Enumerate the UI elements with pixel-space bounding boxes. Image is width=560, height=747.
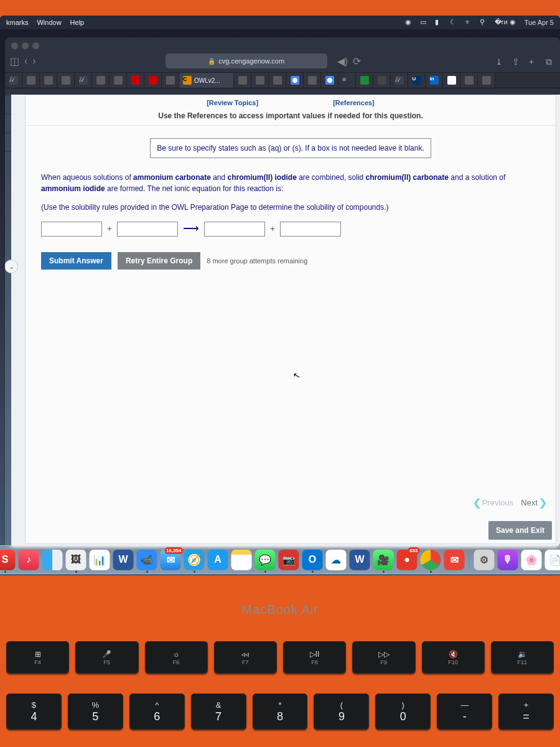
control-center-icon[interactable]: �ги bbox=[495, 18, 503, 27]
dock-folder[interactable]: 📄 bbox=[545, 550, 561, 570]
dock-word[interactable]: W bbox=[113, 550, 134, 570]
keyboard: ⊞F4🎤F5☼F6◃◃F7▷IIF8▷▷F9🔇F10🔉F11 $4%5^6&7*… bbox=[3, 641, 557, 730]
dock-onedrive[interactable]: ☁ bbox=[326, 550, 347, 570]
question-card: [Review Topics] [References] Use the Ref… bbox=[25, 95, 556, 544]
dock-appstore[interactable]: A bbox=[208, 550, 228, 570]
tab[interactable]: 𝓤 bbox=[391, 73, 408, 88]
tab[interactable]: ≡ bbox=[338, 73, 356, 88]
url-bar[interactable]: 🔒 cvg.cengagenow.com bbox=[166, 54, 327, 68]
dock-chrome[interactable] bbox=[421, 550, 441, 570]
tab[interactable] bbox=[373, 73, 391, 88]
tab[interactable] bbox=[460, 73, 478, 88]
tab[interactable] bbox=[144, 73, 162, 88]
downloads-icon[interactable]: ⤓ bbox=[495, 57, 505, 66]
tab[interactable] bbox=[162, 73, 179, 88]
dock-mail[interactable]: ✉16,354 bbox=[161, 550, 181, 570]
product-1-input[interactable] bbox=[204, 222, 265, 237]
fn-key-f4: ⊞F4 bbox=[6, 641, 69, 674]
tab[interactable] bbox=[234, 73, 251, 88]
dock-zoom[interactable]: 📹 bbox=[137, 550, 157, 570]
back-icon[interactable]: ‹ bbox=[24, 55, 27, 67]
arrow-icon: ⟶ bbox=[183, 220, 199, 237]
tab[interactable] bbox=[478, 73, 495, 88]
dock-notes[interactable] bbox=[231, 550, 252, 570]
dock-preview[interactable]: 🖼 bbox=[66, 550, 86, 570]
next-button[interactable]: Next ❯ bbox=[521, 497, 547, 509]
url-text: cvg.cengagenow.com bbox=[218, 57, 284, 65]
tab[interactable] bbox=[92, 73, 110, 88]
menu-kmarks[interactable]: kmarks bbox=[6, 19, 28, 26]
menu-window[interactable]: Window bbox=[37, 19, 61, 26]
dock-numbers[interactable]: 📊 bbox=[90, 550, 110, 570]
fn-key-f8: ▷IIF8 bbox=[283, 641, 346, 674]
tab[interactable] bbox=[57, 73, 75, 88]
tab[interactable]: 𝓤 bbox=[5, 73, 22, 88]
display-icon[interactable]: ▭ bbox=[420, 18, 429, 27]
collapse-chevron-icon[interactable]: ⌄ bbox=[5, 260, 18, 273]
tab[interactable] bbox=[269, 73, 286, 88]
dock-messages[interactable]: 💬 bbox=[255, 550, 276, 570]
dock-safari[interactable]: 🧭 bbox=[184, 550, 205, 570]
dock-podcasts[interactable]: 🎙 bbox=[498, 550, 518, 570]
spotlight-icon[interactable]: ⚲ bbox=[480, 18, 488, 27]
dock-shortcuts[interactable]: S bbox=[0, 550, 16, 570]
dock-word2[interactable]: W bbox=[350, 550, 370, 570]
tab[interactable] bbox=[251, 73, 269, 88]
references-link[interactable]: [References] bbox=[333, 99, 375, 106]
dock-outlook[interactable]: O bbox=[302, 550, 323, 570]
tab-owlv2[interactable]: C OWLv2... bbox=[179, 73, 234, 88]
dock-music[interactable]: ♪ bbox=[19, 550, 39, 570]
tab[interactable]: U bbox=[408, 73, 426, 88]
instruction-text: Use the References to access important v… bbox=[26, 110, 556, 126]
dock-facetime[interactable]: 🎥 bbox=[373, 550, 394, 570]
product-2-input[interactable] bbox=[280, 222, 341, 237]
dock-photobooth[interactable]: 📷 bbox=[279, 550, 299, 570]
review-topics-link[interactable]: [Review Topics] bbox=[207, 99, 258, 106]
tab[interactable]: 𝓤 bbox=[75, 73, 92, 88]
wifi-icon[interactable]: ᯤ bbox=[465, 18, 474, 27]
close-window-icon[interactable] bbox=[11, 42, 18, 49]
maximize-window-icon[interactable] bbox=[32, 42, 39, 49]
dock-gmail[interactable]: ✉ bbox=[444, 550, 465, 570]
dock-photos[interactable]: 🌸 bbox=[521, 550, 542, 570]
tab[interactable]: in bbox=[426, 73, 443, 88]
previous-button[interactable]: ❮ Previous bbox=[473, 497, 514, 509]
siri-icon[interactable]: ◉ bbox=[510, 18, 518, 27]
tab[interactable] bbox=[22, 73, 40, 88]
retry-group-button[interactable]: Retry Entire Group bbox=[118, 252, 200, 270]
reader-icon[interactable]: ◀) bbox=[337, 55, 348, 67]
menubar: kmarks Window Help ◉ ▭ ▮ ☾ ᯤ ⚲ �ги ◉ Tue… bbox=[0, 16, 560, 29]
share-icon[interactable]: ⇪ bbox=[512, 57, 521, 66]
tab[interactable] bbox=[356, 73, 373, 88]
top-links: [Review Topics] [References] bbox=[26, 95, 556, 110]
new-tab-icon[interactable]: + bbox=[529, 57, 538, 66]
tab[interactable] bbox=[127, 73, 144, 88]
menubar-clock[interactable]: Tue Apr 5 bbox=[525, 19, 554, 26]
battery-icon[interactable]: ▮ bbox=[435, 18, 444, 27]
tab[interactable] bbox=[110, 73, 127, 88]
minimize-window-icon[interactable] bbox=[22, 42, 29, 49]
dock-finder[interactable] bbox=[42, 550, 63, 570]
tab[interactable] bbox=[443, 73, 460, 88]
tab[interactable] bbox=[40, 73, 57, 88]
moon-icon[interactable]: ☾ bbox=[450, 18, 459, 27]
submit-answer-button[interactable]: Submit Answer bbox=[41, 252, 111, 270]
plus-icon: + bbox=[270, 222, 275, 235]
menu-help[interactable]: Help bbox=[70, 19, 85, 26]
tab[interactable] bbox=[286, 73, 304, 88]
dock-app-red[interactable]: ●653 bbox=[397, 550, 418, 570]
safari-toolbar: ◫ ‹ › 🔒 cvg.cengagenow.com ◀) ⟳ ⤓ ⇪ + ⧉ bbox=[5, 51, 560, 72]
reactant-2-input[interactable] bbox=[117, 222, 178, 237]
reactant-1-input[interactable] bbox=[41, 222, 102, 237]
tabs-icon[interactable]: ⧉ bbox=[546, 57, 555, 66]
tab[interactable] bbox=[321, 73, 338, 88]
sidebar-toggle-icon[interactable]: ◫ bbox=[10, 55, 19, 67]
tab-strip: 𝓤 𝓤 C OWLv2... ≡ 𝓤 U in bbox=[5, 72, 560, 88]
tab[interactable] bbox=[304, 73, 321, 88]
forward-icon[interactable]: › bbox=[32, 55, 35, 67]
record-icon[interactable]: ◉ bbox=[405, 18, 414, 27]
reload-icon[interactable]: ⟳ bbox=[353, 55, 361, 67]
num-key-9: (9 bbox=[314, 693, 369, 730]
save-and-exit-button[interactable]: Save and Exit bbox=[488, 521, 552, 540]
dock-systemprefs[interactable]: ⚙ bbox=[474, 550, 495, 570]
